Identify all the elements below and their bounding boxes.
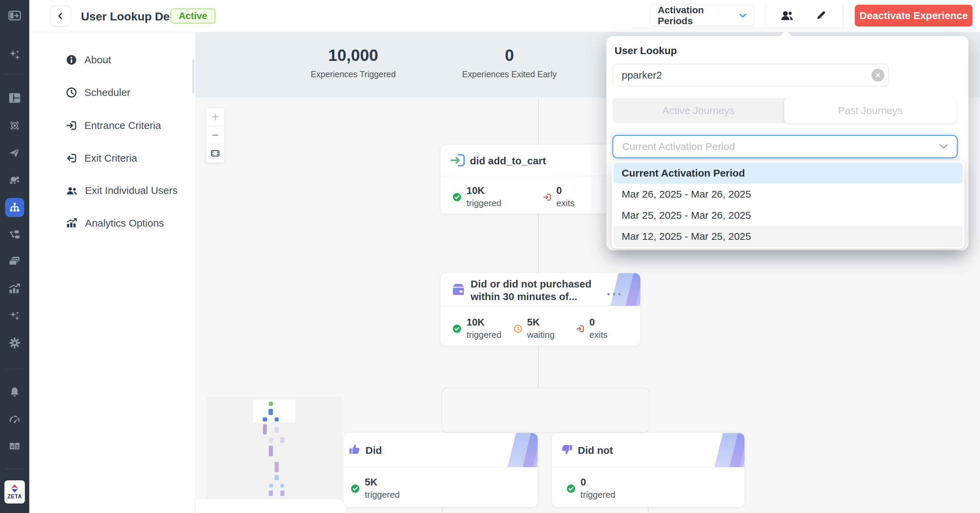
docs-book-icon[interactable]: A — [0, 438, 29, 455]
minimap-node-marker — [269, 438, 273, 443]
topbar-divider — [843, 5, 843, 27]
rail-divider — [5, 469, 24, 469]
workflow-icon[interactable] — [0, 226, 29, 243]
tab-active-journeys[interactable]: Active Journeys — [612, 98, 784, 123]
activation-periods-label: Activation Periods — [658, 5, 739, 27]
nav-item-label: Entrance Criteria — [84, 120, 161, 131]
minimap-node-marker — [269, 491, 273, 496]
thumbs-up-icon — [348, 443, 361, 457]
people-icon — [66, 186, 78, 195]
nav-item-exit-individual-users[interactable]: Exit Individual Users — [29, 179, 196, 202]
minimap-node-marker — [275, 427, 279, 433]
target-icon[interactable] — [0, 118, 29, 134]
edit-button[interactable] — [811, 6, 830, 25]
connector-line — [442, 507, 443, 513]
minimap-node-marker — [280, 437, 285, 443]
node-stats: 10Ktriggered 0exits — [452, 185, 574, 208]
activation-period-select[interactable]: Current Activation Period — [612, 135, 958, 158]
nav-item-exit-criteria[interactable]: Exit Criteria — [29, 147, 196, 169]
growth-chart-icon[interactable] — [0, 281, 29, 297]
thumbs-down-icon — [561, 443, 573, 457]
connector-line — [648, 507, 649, 513]
nav-item-label: Exit Criteria — [84, 152, 137, 164]
user-lookup-icon — [780, 10, 794, 21]
user-search-input[interactable] — [612, 64, 889, 86]
minimap-viewport[interactable] — [253, 400, 295, 422]
sparkles-icon[interactable] — [0, 47, 29, 63]
minimap-node-marker — [280, 484, 284, 488]
user-lookup-popover: User Lookup Active Journeys Past Journey… — [606, 36, 969, 250]
check-circle-icon — [566, 477, 576, 500]
zeta-logo[interactable]: ZETA — [5, 480, 25, 503]
node-header: Did — [344, 433, 538, 467]
node-title: Did not — [578, 444, 613, 457]
zeta-diamond-icon — [10, 484, 19, 493]
status-badge: Active — [170, 8, 215, 24]
user-lookup-button[interactable] — [778, 6, 797, 25]
fit-view-button[interactable] — [206, 144, 224, 162]
analytics-icon — [66, 218, 78, 228]
nav-item-label: About — [84, 54, 111, 66]
gauge-icon[interactable] — [0, 411, 29, 427]
rail-divider — [5, 74, 24, 75]
nav-item-about[interactable]: About — [29, 49, 196, 71]
nav-item-label: Scheduler — [84, 87, 130, 98]
minimap-node-marker — [269, 409, 273, 415]
activation-periods-select[interactable]: Activation Periods — [650, 5, 754, 27]
notifications-bell-icon[interactable] — [0, 384, 29, 400]
connector-line — [538, 214, 539, 273]
node-branch-did-not[interactable]: Did not 0triggered — [552, 433, 745, 507]
stat-label: triggered — [466, 198, 501, 208]
node-stats: 10Ktriggered 5Kwaiting 0exits — [452, 317, 608, 340]
menu-option-period-1[interactable]: Mar 26, 2025 - Mar 26, 2025 — [614, 184, 963, 205]
dashboard-icon[interactable] — [0, 90, 29, 106]
nav-item-label: Analytics Options — [85, 218, 164, 229]
stat-label: Experiences Exited Early — [424, 69, 595, 79]
rail-divider — [5, 369, 24, 369]
menu-option-current-activation-period[interactable]: Current Activation Period — [614, 163, 963, 184]
zoom-out-button[interactable]: − — [206, 126, 224, 144]
minimap-node-marker — [269, 446, 273, 456]
settings-gear-icon[interactable] — [0, 335, 29, 351]
svg-text:A: A — [11, 445, 14, 449]
nav-scrollbar[interactable] — [192, 60, 194, 94]
send-icon[interactable] — [0, 144, 29, 160]
cards-icon[interactable] — [0, 253, 29, 269]
node-menu-button[interactable] — [608, 293, 620, 295]
node-split-purchase-check[interactable]: Did or did not purchased within 30 minut… — [441, 273, 640, 346]
menu-option-period-3[interactable]: Mar 12, 2025 - Mar 25, 2025 — [614, 226, 963, 247]
activation-period-menu: Current Activation Period Mar 26, 2025 -… — [612, 161, 964, 249]
stat-value: 10K — [466, 185, 501, 196]
tab-past-journeys[interactable]: Past Journeys — [784, 98, 956, 123]
sparkles-icon[interactable] — [0, 308, 29, 324]
minimap-node-marker — [263, 424, 267, 434]
clear-input-button[interactable] — [872, 69, 885, 82]
chevron-down-icon — [939, 144, 948, 149]
menu-option-period-2[interactable]: Mar 25, 2025 - Mar 26, 2025 — [614, 205, 963, 226]
back-button[interactable] — [50, 5, 71, 27]
stat-label: exits — [556, 198, 574, 208]
canvas-minimap[interactable] — [206, 397, 342, 499]
nav-item-scheduler[interactable]: Scheduler — [29, 82, 196, 103]
node-branch-did[interactable]: Did 5Ktriggered — [344, 433, 538, 507]
minimap-node-marker — [269, 402, 273, 406]
stat-triggered: 10Ktriggered — [452, 185, 543, 208]
stat-exits: 0exits — [543, 185, 574, 208]
check-circle-icon — [350, 477, 360, 500]
minimap-node-marker — [280, 491, 285, 496]
journey-sitemap-icon-active[interactable] — [5, 198, 24, 217]
stat-waiting: 5Kwaiting — [514, 317, 576, 340]
nav-item-entrance-criteria[interactable]: Entrance Criteria — [29, 114, 196, 137]
nav-item-analytics-options[interactable]: Analytics Options — [29, 212, 196, 234]
waiting-clock-icon — [514, 318, 522, 340]
experience-nav-panel: About Scheduler Entrance Criteria Exit C… — [29, 32, 196, 513]
node-corner-decoration — [700, 433, 745, 467]
exit-red-icon — [576, 318, 585, 340]
collapse-sidebar-icon[interactable] — [0, 8, 29, 24]
zoom-in-button[interactable]: + — [206, 108, 224, 126]
audience-icon[interactable] — [0, 172, 29, 188]
stat-triggered: 5Ktriggered — [350, 476, 400, 500]
nav-item-label: Exit Individual Users — [85, 185, 178, 196]
deactivate-experience-button[interactable]: Deactivate Experience — [855, 5, 972, 27]
stat-label: waiting — [527, 330, 555, 340]
